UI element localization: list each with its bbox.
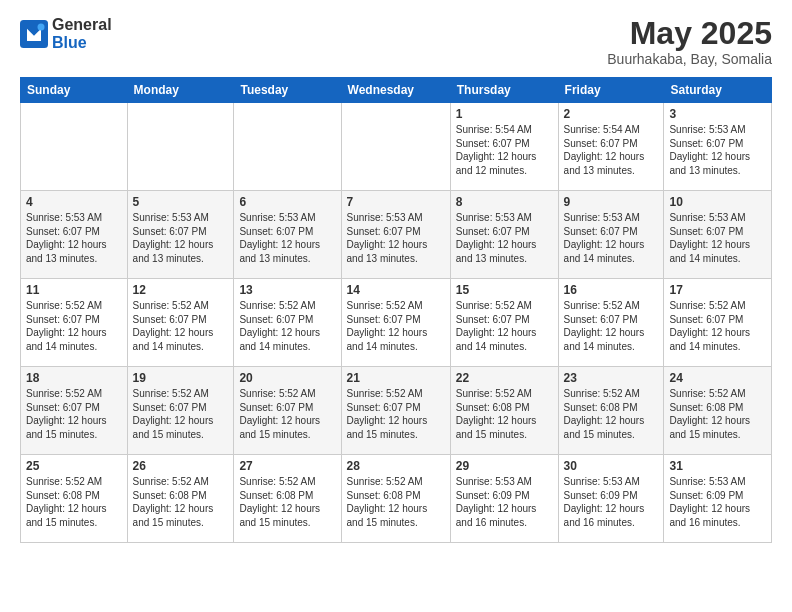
calendar-cell: 3Sunrise: 5:53 AM Sunset: 6:07 PM Daylig… xyxy=(664,103,772,191)
day-number: 5 xyxy=(133,195,229,209)
day-number: 28 xyxy=(347,459,445,473)
calendar-cell: 7Sunrise: 5:53 AM Sunset: 6:07 PM Daylig… xyxy=(341,191,450,279)
calendar-cell: 1Sunrise: 5:54 AM Sunset: 6:07 PM Daylig… xyxy=(450,103,558,191)
calendar-cell: 5Sunrise: 5:53 AM Sunset: 6:07 PM Daylig… xyxy=(127,191,234,279)
calendar-cell: 14Sunrise: 5:52 AM Sunset: 6:07 PM Dayli… xyxy=(341,279,450,367)
day-info: Sunrise: 5:53 AM Sunset: 6:07 PM Dayligh… xyxy=(26,211,122,265)
calendar-cell: 18Sunrise: 5:52 AM Sunset: 6:07 PM Dayli… xyxy=(21,367,128,455)
calendar-cell: 23Sunrise: 5:52 AM Sunset: 6:08 PM Dayli… xyxy=(558,367,664,455)
day-info: Sunrise: 5:54 AM Sunset: 6:07 PM Dayligh… xyxy=(456,123,553,177)
weekday-header: Tuesday xyxy=(234,78,341,103)
day-number: 4 xyxy=(26,195,122,209)
day-number: 20 xyxy=(239,371,335,385)
calendar-cell: 11Sunrise: 5:52 AM Sunset: 6:07 PM Dayli… xyxy=(21,279,128,367)
logo-text: General Blue xyxy=(52,16,112,51)
calendar-cell: 20Sunrise: 5:52 AM Sunset: 6:07 PM Dayli… xyxy=(234,367,341,455)
day-info: Sunrise: 5:53 AM Sunset: 6:07 PM Dayligh… xyxy=(669,123,766,177)
day-info: Sunrise: 5:53 AM Sunset: 6:07 PM Dayligh… xyxy=(669,211,766,265)
day-info: Sunrise: 5:52 AM Sunset: 6:07 PM Dayligh… xyxy=(239,299,335,353)
calendar-week-row: 1Sunrise: 5:54 AM Sunset: 6:07 PM Daylig… xyxy=(21,103,772,191)
day-number: 2 xyxy=(564,107,659,121)
location: Buurhakaba, Bay, Somalia xyxy=(607,51,772,67)
calendar-cell: 13Sunrise: 5:52 AM Sunset: 6:07 PM Dayli… xyxy=(234,279,341,367)
day-number: 16 xyxy=(564,283,659,297)
day-info: Sunrise: 5:52 AM Sunset: 6:08 PM Dayligh… xyxy=(456,387,553,441)
weekday-header: Friday xyxy=(558,78,664,103)
day-info: Sunrise: 5:52 AM Sunset: 6:08 PM Dayligh… xyxy=(26,475,122,529)
logo-blue: Blue xyxy=(52,34,112,52)
day-info: Sunrise: 5:53 AM Sunset: 6:07 PM Dayligh… xyxy=(239,211,335,265)
calendar-cell: 27Sunrise: 5:52 AM Sunset: 6:08 PM Dayli… xyxy=(234,455,341,543)
calendar-week-row: 4Sunrise: 5:53 AM Sunset: 6:07 PM Daylig… xyxy=(21,191,772,279)
day-info: Sunrise: 5:52 AM Sunset: 6:07 PM Dayligh… xyxy=(347,299,445,353)
day-number: 11 xyxy=(26,283,122,297)
day-number: 23 xyxy=(564,371,659,385)
day-info: Sunrise: 5:52 AM Sunset: 6:07 PM Dayligh… xyxy=(26,299,122,353)
logo-icon xyxy=(20,20,48,48)
calendar-cell: 15Sunrise: 5:52 AM Sunset: 6:07 PM Dayli… xyxy=(450,279,558,367)
calendar-cell: 30Sunrise: 5:53 AM Sunset: 6:09 PM Dayli… xyxy=(558,455,664,543)
calendar-cell: 6Sunrise: 5:53 AM Sunset: 6:07 PM Daylig… xyxy=(234,191,341,279)
day-info: Sunrise: 5:53 AM Sunset: 6:07 PM Dayligh… xyxy=(456,211,553,265)
day-info: Sunrise: 5:52 AM Sunset: 6:07 PM Dayligh… xyxy=(133,387,229,441)
day-info: Sunrise: 5:53 AM Sunset: 6:07 PM Dayligh… xyxy=(133,211,229,265)
day-info: Sunrise: 5:53 AM Sunset: 6:09 PM Dayligh… xyxy=(564,475,659,529)
svg-point-2 xyxy=(38,23,45,30)
weekday-header: Wednesday xyxy=(341,78,450,103)
day-info: Sunrise: 5:52 AM Sunset: 6:07 PM Dayligh… xyxy=(456,299,553,353)
month-title: May 2025 xyxy=(607,16,772,51)
day-number: 29 xyxy=(456,459,553,473)
day-number: 30 xyxy=(564,459,659,473)
calendar-cell: 28Sunrise: 5:52 AM Sunset: 6:08 PM Dayli… xyxy=(341,455,450,543)
day-info: Sunrise: 5:53 AM Sunset: 6:09 PM Dayligh… xyxy=(669,475,766,529)
calendar-week-row: 11Sunrise: 5:52 AM Sunset: 6:07 PM Dayli… xyxy=(21,279,772,367)
day-number: 10 xyxy=(669,195,766,209)
calendar-cell: 16Sunrise: 5:52 AM Sunset: 6:07 PM Dayli… xyxy=(558,279,664,367)
day-number: 14 xyxy=(347,283,445,297)
weekday-header: Thursday xyxy=(450,78,558,103)
logo: General Blue xyxy=(20,16,112,51)
day-number: 17 xyxy=(669,283,766,297)
calendar-week-row: 18Sunrise: 5:52 AM Sunset: 6:07 PM Dayli… xyxy=(21,367,772,455)
day-number: 6 xyxy=(239,195,335,209)
day-number: 25 xyxy=(26,459,122,473)
calendar-cell: 9Sunrise: 5:53 AM Sunset: 6:07 PM Daylig… xyxy=(558,191,664,279)
day-number: 8 xyxy=(456,195,553,209)
day-number: 27 xyxy=(239,459,335,473)
day-number: 9 xyxy=(564,195,659,209)
weekday-header: Sunday xyxy=(21,78,128,103)
day-info: Sunrise: 5:52 AM Sunset: 6:08 PM Dayligh… xyxy=(564,387,659,441)
calendar-cell: 31Sunrise: 5:53 AM Sunset: 6:09 PM Dayli… xyxy=(664,455,772,543)
day-number: 22 xyxy=(456,371,553,385)
day-info: Sunrise: 5:52 AM Sunset: 6:07 PM Dayligh… xyxy=(239,387,335,441)
calendar-cell: 25Sunrise: 5:52 AM Sunset: 6:08 PM Dayli… xyxy=(21,455,128,543)
day-number: 7 xyxy=(347,195,445,209)
calendar-cell xyxy=(234,103,341,191)
day-number: 12 xyxy=(133,283,229,297)
day-number: 13 xyxy=(239,283,335,297)
day-info: Sunrise: 5:52 AM Sunset: 6:08 PM Dayligh… xyxy=(239,475,335,529)
day-number: 31 xyxy=(669,459,766,473)
day-info: Sunrise: 5:52 AM Sunset: 6:07 PM Dayligh… xyxy=(564,299,659,353)
calendar-cell: 29Sunrise: 5:53 AM Sunset: 6:09 PM Dayli… xyxy=(450,455,558,543)
logo-general: General xyxy=(52,16,112,34)
calendar-cell: 17Sunrise: 5:52 AM Sunset: 6:07 PM Dayli… xyxy=(664,279,772,367)
day-number: 21 xyxy=(347,371,445,385)
calendar-table: SundayMondayTuesdayWednesdayThursdayFrid… xyxy=(20,77,772,543)
day-info: Sunrise: 5:53 AM Sunset: 6:09 PM Dayligh… xyxy=(456,475,553,529)
day-info: Sunrise: 5:54 AM Sunset: 6:07 PM Dayligh… xyxy=(564,123,659,177)
calendar-cell xyxy=(341,103,450,191)
calendar-body: 1Sunrise: 5:54 AM Sunset: 6:07 PM Daylig… xyxy=(21,103,772,543)
calendar-cell: 22Sunrise: 5:52 AM Sunset: 6:08 PM Dayli… xyxy=(450,367,558,455)
svg-rect-0 xyxy=(20,20,48,48)
header: General Blue May 2025 Buurhakaba, Bay, S… xyxy=(20,16,772,67)
day-number: 19 xyxy=(133,371,229,385)
day-number: 26 xyxy=(133,459,229,473)
calendar-cell: 19Sunrise: 5:52 AM Sunset: 6:07 PM Dayli… xyxy=(127,367,234,455)
calendar-cell: 10Sunrise: 5:53 AM Sunset: 6:07 PM Dayli… xyxy=(664,191,772,279)
calendar-cell: 4Sunrise: 5:53 AM Sunset: 6:07 PM Daylig… xyxy=(21,191,128,279)
day-info: Sunrise: 5:52 AM Sunset: 6:08 PM Dayligh… xyxy=(133,475,229,529)
calendar-header: SundayMondayTuesdayWednesdayThursdayFrid… xyxy=(21,78,772,103)
page: General Blue May 2025 Buurhakaba, Bay, S… xyxy=(0,0,792,612)
calendar-cell xyxy=(127,103,234,191)
